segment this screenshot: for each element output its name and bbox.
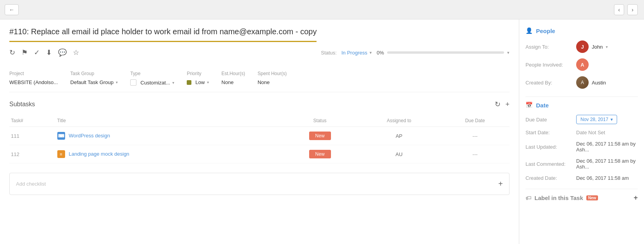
project-field: Project WEBSITE (Andolso... xyxy=(9,71,58,86)
nav-button-group: ‹ › xyxy=(614,4,639,15)
priority-arrow: ▾ xyxy=(207,80,209,84)
created-date-row: Created Date: Dec 06, 2017 11:58 am xyxy=(525,175,638,181)
main-layout: #110: Replace all email id place holder … xyxy=(0,19,644,244)
est-hours-value: None xyxy=(221,79,245,85)
checklist-placeholder: Add checklist xyxy=(16,181,46,187)
avatar-a: A xyxy=(576,58,589,71)
progress-bar-container xyxy=(387,51,504,54)
priority-field: Priority Low ▾ xyxy=(187,71,209,86)
last-commented-label: Last Commented: xyxy=(525,161,576,167)
comment-icon[interactable]: 💬 xyxy=(58,48,67,57)
task-icon-111: ⌨ xyxy=(57,132,65,140)
task-num-112: 112 xyxy=(11,151,19,157)
check-icon[interactable]: ✓ xyxy=(34,48,40,57)
due-date-label: Due Date xyxy=(525,117,576,123)
prev-button[interactable]: ‹ xyxy=(614,4,625,15)
created-by-label: Created By: xyxy=(525,80,576,86)
people-involved-row: People Involved: A xyxy=(525,58,638,71)
sidebar: 👤 People Assign To: J John ▾ People Invo… xyxy=(519,19,644,244)
top-bar: ← ‹ › xyxy=(0,0,644,19)
due-date-value: Nov 28, 2017 ▾ xyxy=(576,115,638,124)
task-group-field: Task Group Default Task Group ▾ xyxy=(70,71,118,86)
toolbar-icons: ↻ ⚑ ✓ ⬇ 💬 ☆ xyxy=(9,48,79,57)
est-hours-label: Est.Hour(s) xyxy=(221,71,245,76)
divider xyxy=(525,97,638,97)
status-dropdown[interactable]: In Progress ▾ xyxy=(341,50,372,56)
assign-to-dropdown[interactable]: ▾ xyxy=(606,45,608,49)
project-value: WEBSITE (Andolso... xyxy=(9,79,58,85)
label-section: 🏷 Label in this Task New + xyxy=(525,194,638,202)
status-section: Status: In Progress ▾ 0% ▾ xyxy=(321,50,510,56)
due-date-badge[interactable]: Nov 28, 2017 ▾ xyxy=(576,115,617,124)
subtasks-header: Subtasks ↻ + xyxy=(9,100,510,109)
due-date-arrow: ▾ xyxy=(610,117,613,122)
date-section: 📅 Date Due Date Nov 28, 2017 ▾ Start Dat… xyxy=(525,102,638,181)
meta-row: Project WEBSITE (Andolso... Task Group D… xyxy=(9,65,510,92)
task-group-arrow: ▾ xyxy=(116,80,118,84)
add-subtask-icon[interactable]: + xyxy=(505,100,510,109)
status-badge-111: New xyxy=(309,132,331,140)
type-icon xyxy=(130,79,136,86)
status-badge-112: New xyxy=(309,150,331,158)
progress-value: 0% xyxy=(377,50,384,56)
col-status: Status xyxy=(282,115,357,127)
checklist-section: Add checklist + xyxy=(9,173,510,195)
spent-hours-label: Spent Hour(s) xyxy=(258,71,287,76)
assign-to-label: Assign To: xyxy=(525,44,576,50)
status-label: Status: xyxy=(321,50,336,56)
type-arrow: ▾ xyxy=(172,81,174,85)
flag-icon[interactable]: ⚑ xyxy=(21,48,28,57)
avatar-austin: A xyxy=(576,76,589,89)
people-section-title: 👤 People xyxy=(525,27,638,34)
refresh-icon[interactable]: ↻ xyxy=(9,48,15,57)
next-button[interactable]: › xyxy=(627,4,638,15)
priority-value[interactable]: Low ▾ xyxy=(187,79,209,85)
table-row: 111 ⌨ WordPress design New AP --- xyxy=(9,127,510,145)
est-hours-field: Est.Hour(s) None xyxy=(221,71,245,86)
task-title: #110: Replace all email id place holder … xyxy=(9,27,317,42)
assigned-111: AP xyxy=(396,133,402,139)
type-value[interactable]: Customizat... ▾ xyxy=(130,79,174,86)
add-label-button[interactable]: + xyxy=(633,194,638,202)
col-task-num: Task# xyxy=(9,115,56,127)
assign-to-name: John xyxy=(592,44,603,50)
start-date-label: Start Date: xyxy=(525,130,576,135)
last-updated-value: Dec 06, 2017 11:58 am by Ash... xyxy=(576,141,638,153)
calendar-icon: 📅 xyxy=(525,102,533,109)
created-by-name: Austin xyxy=(592,80,606,86)
subtasks-title: Subtasks xyxy=(9,101,35,108)
assign-to-row: Assign To: J John ▾ xyxy=(525,40,638,53)
table-row: 112 ≡ Landing page mock design New AU --… xyxy=(9,145,510,163)
star-icon[interactable]: ☆ xyxy=(73,48,79,57)
task-group-value[interactable]: Default Task Group ▾ xyxy=(70,79,118,85)
status-value: In Progress xyxy=(341,50,367,56)
created-by-row: Created By: A Austin xyxy=(525,76,638,89)
task-link-111[interactable]: WordPress design xyxy=(69,133,110,139)
status-arrow: ▾ xyxy=(370,50,372,55)
task-link-112[interactable]: Landing page mock design xyxy=(69,151,129,157)
created-date-value: Dec 06, 2017 11:58 am xyxy=(576,175,629,181)
back-button[interactable]: ← xyxy=(5,4,19,15)
toolbar: ↻ ⚑ ✓ ⬇ 💬 ☆ Status: In Progress ▾ 0% xyxy=(9,48,510,57)
start-date-row: Start Date: Date Not Set xyxy=(525,130,638,135)
task-group-label: Task Group xyxy=(70,71,118,76)
due-date-row: Due Date Nov 28, 2017 ▾ xyxy=(525,115,638,124)
refresh-subtasks-icon[interactable]: ↻ xyxy=(495,100,501,109)
add-checklist-button[interactable]: + xyxy=(498,179,503,188)
progress-arrow[interactable]: ▾ xyxy=(507,50,510,55)
last-commented-row: Last Commented: Dec 06, 2017 11:58 am by… xyxy=(525,158,638,170)
due-date-112: --- xyxy=(472,151,478,157)
people-icon: 👤 xyxy=(525,27,533,34)
last-commented-value: Dec 06, 2017 11:58 am by Ash... xyxy=(576,158,638,170)
type-field: Type Customizat... ▾ xyxy=(130,71,174,86)
spent-hours-value: None xyxy=(258,79,287,85)
content-panel: #110: Replace all email id place holder … xyxy=(0,19,519,244)
divider-2 xyxy=(525,189,638,189)
start-date-value: Date Not Set xyxy=(576,130,605,135)
label-new-badge: New xyxy=(586,195,598,200)
subtasks-table: Task# Title Status Assigned to Due Date … xyxy=(9,115,510,163)
people-section: 👤 People Assign To: J John ▾ People Invo… xyxy=(525,27,638,89)
progress-section: 0% ▾ xyxy=(377,50,510,56)
download-icon[interactable]: ⬇ xyxy=(46,48,52,57)
type-label: Type xyxy=(130,71,174,76)
